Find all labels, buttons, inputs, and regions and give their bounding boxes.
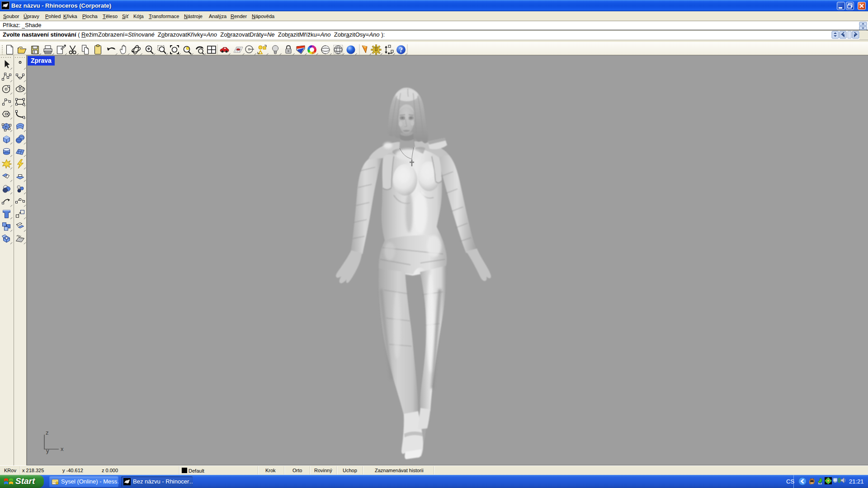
- svg-text:x: x: [61, 446, 64, 452]
- svg-text:y: y: [46, 447, 49, 454]
- svg-text:?: ?: [399, 46, 403, 54]
- svg-text:z: z: [46, 429, 49, 436]
